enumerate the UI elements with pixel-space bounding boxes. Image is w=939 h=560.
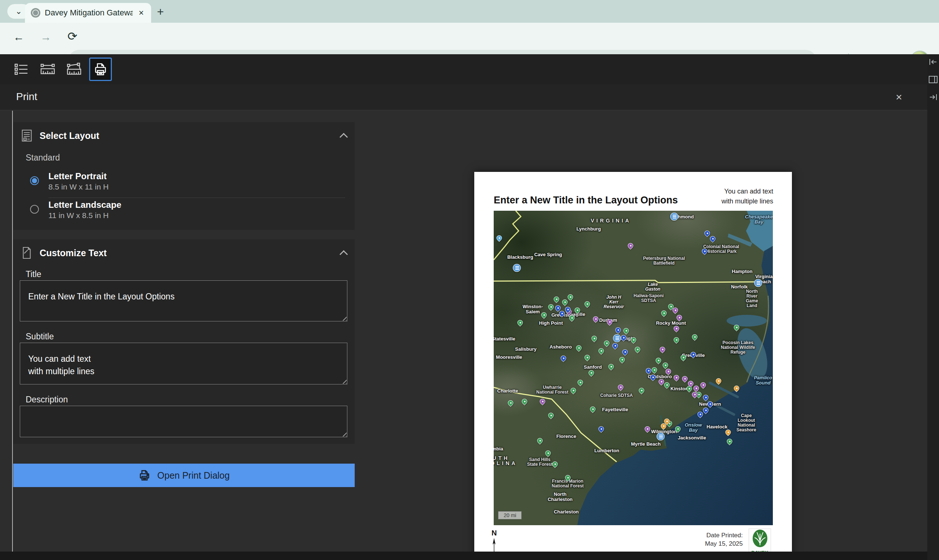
legend-list-tool-button[interactable] xyxy=(10,57,32,81)
measure-distance-icon xyxy=(40,63,56,75)
customize-text-heading: Customize Text xyxy=(40,248,333,258)
subtitle-textarea[interactable] xyxy=(20,343,347,385)
open-print-dialog-button[interactable]: Open Print Dialog xyxy=(13,464,355,487)
tab-favicon-globe-icon xyxy=(31,8,40,18)
side-panel-icon[interactable] xyxy=(928,75,938,84)
print-tool-button[interactable] xyxy=(89,57,112,81)
select-layout-header[interactable]: Select Layout xyxy=(21,127,347,144)
date-printed-label: Date Printed: xyxy=(705,531,743,540)
measure-area-icon xyxy=(66,63,82,76)
print-icon xyxy=(93,62,108,77)
title-textarea[interactable] xyxy=(20,280,347,322)
back-icon[interactable]: ← xyxy=(13,31,24,43)
layout-option-size: 11 in W x 8.5 in H xyxy=(48,211,109,220)
measure-distance-tool-button[interactable] xyxy=(36,57,59,81)
app-window: Print × Select Layout Standard Letter Po… xyxy=(0,54,939,560)
city-badge-icon xyxy=(670,212,678,221)
screen: ⌄ Davey Mitigation Gateway × + ← → ⟳ pro… xyxy=(0,0,939,560)
reload-icon[interactable]: ⟳ xyxy=(68,29,77,43)
title-field-wrap xyxy=(20,280,347,322)
tab-title: Davey Mitigation Gateway xyxy=(45,8,133,18)
printer-icon xyxy=(138,469,151,482)
select-layout-heading: Select Layout xyxy=(40,131,333,141)
map-image: VIRGINIALynchburgRichmondBlacksburgCave … xyxy=(494,211,773,525)
panel-scrollbar[interactable] xyxy=(12,111,13,552)
city-badge-icon xyxy=(613,334,621,342)
layout-option-letter-portrait[interactable]: Letter Portrait8.5 in W x 11 in H xyxy=(26,171,345,195)
print-panel-body: Select Layout Standard Letter Portrait8.… xyxy=(0,111,927,552)
layout-option-label: Letter Portrait xyxy=(48,171,107,182)
collapse-right-icon[interactable] xyxy=(928,92,938,102)
title-label: Title xyxy=(26,269,42,279)
measure-area-tool-button[interactable] xyxy=(63,57,85,81)
city-badge-icon xyxy=(513,264,521,272)
browser-toolbar: ← → ⟳ projects.wssitech.com/daveymitigat… xyxy=(0,23,939,54)
customize-text-header[interactable]: Customize Text xyxy=(21,245,347,261)
browser-tab[interactable]: Davey Mitigation Gateway × xyxy=(25,3,151,23)
subtitle-label: Subtitle xyxy=(26,332,54,342)
map-water-and-borders xyxy=(494,211,773,525)
collapse-chevron-icon[interactable] xyxy=(340,133,348,142)
edit-page-icon xyxy=(21,246,32,260)
description-textarea[interactable] xyxy=(20,406,347,437)
layout-doc-icon xyxy=(21,129,32,142)
layout-option-size: 8.5 in W x 11 in H xyxy=(48,183,109,191)
city-badge-icon xyxy=(754,279,762,287)
preview-title: Enter a New Title in the Layout Options xyxy=(494,195,678,206)
layout-group-label: Standard xyxy=(26,153,60,163)
legend-list-icon xyxy=(14,63,29,75)
collapse-chevron-icon[interactable] xyxy=(340,250,348,259)
bottom-strip xyxy=(0,552,927,560)
radio-selected-icon[interactable] xyxy=(30,176,39,185)
new-tab-button[interactable]: + xyxy=(157,5,164,19)
description-field-wrap xyxy=(20,406,347,437)
layout-option-letter-landscape[interactable]: Letter Landscape11 in W x 8.5 in H xyxy=(26,200,345,223)
side-rail xyxy=(927,54,939,560)
tab-close-icon[interactable]: × xyxy=(137,8,145,18)
subtitle-field-wrap xyxy=(20,343,347,385)
description-label: Description xyxy=(26,395,68,405)
city-badge-icon xyxy=(657,432,665,440)
collapse-left-icon[interactable] xyxy=(928,57,938,67)
panel-title: Print xyxy=(16,91,37,103)
print-preview-page: Enter a New Title in the Layout Options … xyxy=(474,172,792,560)
customize-text-card: Customize Text TitleSubtitleDescription xyxy=(13,239,355,444)
select-layout-card: Select Layout Standard Letter Portrait8.… xyxy=(13,122,355,230)
radio-unselected-icon[interactable] xyxy=(30,205,39,214)
date-printed-value: May 15, 2025 xyxy=(705,540,743,548)
layout-option-label: Letter Landscape xyxy=(48,200,122,210)
print-panel-header: Print × xyxy=(0,84,927,110)
map-tools-toolbar xyxy=(0,54,927,84)
close-panel-icon[interactable]: × xyxy=(892,89,906,105)
browser-tab-strip: ⌄ Davey Mitigation Gateway × + xyxy=(0,0,939,23)
map-scale-bar: 20 mi xyxy=(498,511,521,519)
option-divider xyxy=(48,197,345,198)
forward-icon[interactable]: → xyxy=(40,31,51,43)
preview-subtitle: You can add text with multiple lines xyxy=(722,186,773,206)
